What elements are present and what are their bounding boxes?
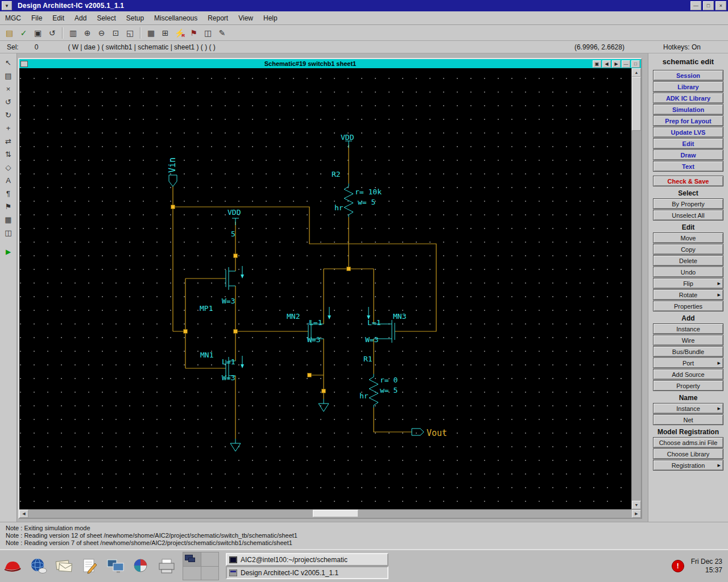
sheet-window-icon-button[interactable]: ▣	[593, 60, 601, 68]
alert-icon[interactable]: !	[672, 560, 684, 572]
menu-report[interactable]: Report	[202, 12, 233, 24]
zoom-area-icon[interactable]: ⊡	[109, 26, 123, 39]
globe-ball-icon[interactable]	[128, 552, 154, 580]
palette-button-simulation[interactable]: Simulation	[653, 104, 723, 115]
palette-button-undo[interactable]: Undo	[653, 267, 723, 277]
pager-workspace-1[interactable]	[183, 552, 201, 566]
wire-net[interactable]	[173, 145, 436, 439]
palette-button-library[interactable]: Library	[653, 81, 723, 92]
palette-button-unselect-all[interactable]: Unselect All	[653, 210, 723, 221]
undo-icon[interactable]: ↺	[45, 26, 59, 39]
menu-file[interactable]: File	[26, 12, 47, 24]
check-flag-icon[interactable]: ⚑	[2, 201, 15, 213]
delete-icon[interactable]: ×	[2, 83, 15, 95]
scroll-right-button[interactable]: ▶	[632, 510, 641, 518]
add-property-icon[interactable]: ¶	[2, 188, 15, 199]
r2-name[interactable]: R2	[332, 170, 341, 178]
pager-workspace-2[interactable]	[201, 552, 219, 566]
menu-add[interactable]: Add	[69, 12, 92, 24]
taskbar-window-design-architect[interactable]: Design Architect-IC v2005.1_1.1	[226, 566, 388, 579]
vin-port[interactable]	[169, 175, 177, 186]
r2-width[interactable]: w= 5	[358, 198, 375, 206]
move-icon[interactable]: +	[2, 122, 15, 134]
web-browser-icon[interactable]	[26, 552, 51, 580]
vertical-scrollbar-thumb[interactable]	[632, 77, 641, 131]
palette-button-choose-adms-ini-file[interactable]: Choose adms.ini File	[653, 437, 723, 448]
palette-button-update-lvs[interactable]: Update LVS	[653, 127, 723, 138]
check-flag-icon[interactable]: ⚑	[187, 26, 201, 39]
palette-button-text[interactable]: Text	[653, 161, 723, 172]
schematic-canvas[interactable]: Vin VDD 5 MP1	[19, 68, 631, 509]
vdd-mp1-value[interactable]: 5	[231, 230, 235, 238]
undo-icon[interactable]: ↺	[2, 96, 15, 108]
run-icon[interactable]: ▶	[2, 246, 15, 257]
vdd-port-mp1[interactable]	[232, 218, 239, 225]
select-pointer-icon[interactable]: ↖	[2, 57, 15, 69]
palette-button-draw[interactable]: Draw	[653, 149, 723, 160]
run-simulation-icon[interactable]: ⚡R	[172, 26, 187, 39]
mn1-l[interactable]: L=1	[222, 357, 235, 366]
palette-button-net[interactable]: Net	[653, 414, 723, 425]
add-text-icon[interactable]: A	[2, 174, 15, 186]
horizontal-scrollbar[interactable]: ◀ ▶	[19, 509, 641, 518]
pager-workspace-4[interactable]	[201, 567, 219, 580]
sheet-window-menu-icon[interactable]	[20, 61, 28, 67]
palette-button-flip[interactable]: Flip▶	[653, 278, 723, 289]
vdd-mp1-label[interactable]: VDD	[228, 208, 241, 217]
palette-button-by-property[interactable]: By Property	[653, 198, 723, 209]
mn3-l[interactable]: L=1	[367, 318, 380, 327]
menu-edit[interactable]: Edit	[47, 12, 69, 24]
r1-resistor[interactable]	[369, 374, 378, 408]
mn1-w[interactable]: W=3	[222, 373, 235, 382]
mn2-l[interactable]: L=1	[309, 318, 322, 327]
palette-button-registration[interactable]: Registration▶	[653, 460, 723, 471]
scroll-down-button[interactable]: ▼	[632, 501, 641, 509]
open-sheet-icon[interactable]: ▤	[2, 26, 16, 39]
palette-button-copy[interactable]: Copy	[653, 244, 723, 255]
palette-button-bus-bundle[interactable]: Bus/Bundle	[653, 346, 723, 357]
vout-port[interactable]	[412, 429, 424, 435]
minimize-button[interactable]: —	[690, 1, 701, 10]
palette-button-delete[interactable]: Delete	[653, 255, 723, 266]
session-palette-icon[interactable]: ▦	[144, 26, 158, 39]
palette-button-move[interactable]: Move	[653, 232, 723, 243]
menu-select[interactable]: Select	[92, 12, 121, 24]
vdd-port-r2[interactable]	[345, 141, 352, 148]
open-window-icon[interactable]: ◫	[2, 227, 15, 239]
vout-label[interactable]: Vout	[427, 428, 447, 438]
notepad-icon[interactable]: ✎	[215, 26, 229, 39]
mp1-name[interactable]: MP1	[200, 304, 213, 313]
sheet-maximize-button[interactable]: □	[631, 60, 640, 68]
r1-resistance[interactable]: r= 0	[380, 376, 398, 384]
vertical-scrollbar-track[interactable]	[632, 131, 641, 501]
r2-resistor[interactable]	[344, 184, 353, 217]
screens-icon[interactable]	[102, 552, 128, 580]
window-grid-icon[interactable]: ◫	[201, 26, 215, 39]
menu-help[interactable]: Help	[258, 12, 283, 24]
sheet-next-button[interactable]: ▶	[612, 60, 621, 68]
palette-button-check-and-save[interactable]: Check & Save	[653, 176, 723, 186]
open-sheet-icon[interactable]: ▤	[2, 70, 15, 82]
pager-workspace-3[interactable]	[183, 567, 201, 580]
palette-button-property[interactable]: Property	[653, 380, 723, 391]
mp1-w[interactable]: W=3	[222, 297, 235, 305]
schematic-window-titlebar[interactable]: Schematic#19 switchb1 sheet1 ▣ ◀ ▶ — □	[19, 59, 641, 68]
palette-button-instance[interactable]: Instance	[653, 323, 723, 334]
palette-button-choose-library[interactable]: Choose Library	[653, 448, 723, 459]
redo-icon[interactable]: ↻	[2, 109, 15, 121]
menu-view[interactable]: View	[233, 12, 258, 24]
scroll-up-button[interactable]: ▲	[632, 68, 641, 77]
vin-label[interactable]: Vin	[167, 157, 177, 173]
taskbar-window-terminal[interactable]: AIC2@intel100:~/project/schematic	[226, 553, 388, 566]
r1-name[interactable]: R1	[363, 355, 373, 363]
palette-button-prep-for-layout[interactable]: Prep for Layout	[653, 115, 723, 126]
r2-resistance[interactable]: r= 10k	[355, 188, 382, 196]
r2-model[interactable]: hr	[334, 203, 344, 212]
vertical-scrollbar[interactable]: ▲ ▼	[631, 68, 641, 509]
show-grid-icon[interactable]: ▦	[2, 214, 15, 226]
mn3-w[interactable]: W=3	[365, 335, 378, 344]
r1-width[interactable]: w= 5	[380, 386, 398, 394]
mn2-w[interactable]: W=3	[307, 335, 320, 344]
window-menu-icon[interactable]: ▼	[2, 1, 12, 10]
check-sheet-icon[interactable]: ✓	[16, 26, 31, 39]
